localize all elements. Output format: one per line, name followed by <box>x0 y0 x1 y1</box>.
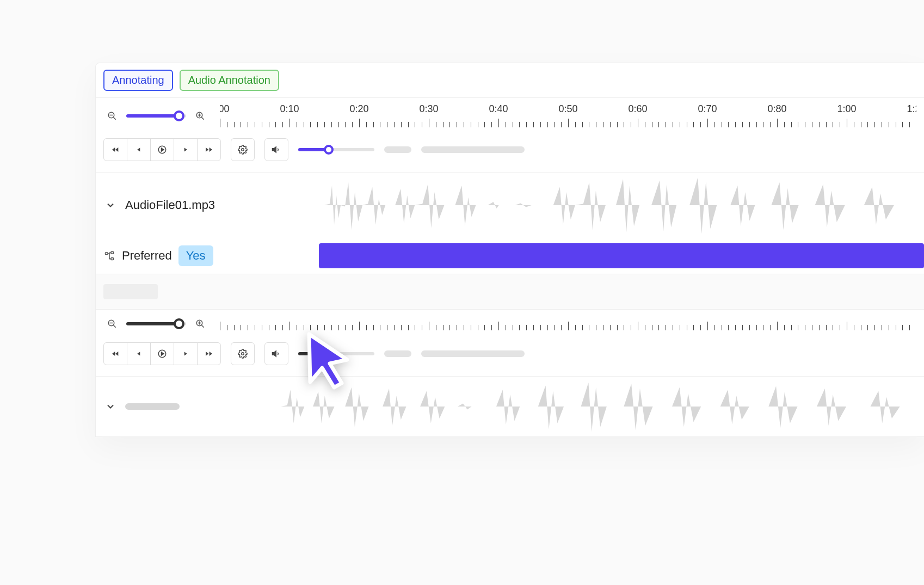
skip-fwd-button[interactable] <box>197 342 221 365</box>
placeholder-pill <box>421 350 525 357</box>
annotation-value-pill[interactable]: Yes <box>178 245 213 266</box>
volume-slider-2[interactable] <box>298 347 374 360</box>
audio-annotation-panel: Annotating Audio Annotation 0:000:100:20… <box>95 63 924 437</box>
annotation-row: Preferred Yes <box>96 238 924 274</box>
zoom-in-icon[interactable] <box>192 107 209 125</box>
skip-back-button[interactable] <box>103 342 127 365</box>
svg-line-13 <box>113 325 116 328</box>
placeholder-pill <box>384 146 411 153</box>
placeholder-pill <box>125 403 180 410</box>
zoom-slider-1[interactable] <box>126 109 186 122</box>
volume-button[interactable] <box>264 342 288 365</box>
annotation-region[interactable] <box>319 243 924 268</box>
volume-slider-1[interactable] <box>298 143 374 156</box>
step-fwd-button[interactable] <box>174 138 198 161</box>
svg-rect-9 <box>106 253 108 255</box>
zoom-out-icon[interactable] <box>103 107 121 125</box>
time-ruler-1[interactable]: 0:000:100:200:300:400:500:600:700:801:00… <box>220 103 916 128</box>
audio-track-row-2 <box>96 377 924 436</box>
placeholder-pill <box>384 350 411 357</box>
track-filename: AudioFile01.mp3 <box>125 198 215 212</box>
playback-controls-2 <box>96 336 924 376</box>
type-badge: Audio Annotation <box>180 70 279 91</box>
time-ruler-2[interactable]: 0:000:100:200:300:400:500:600:700:801:00… <box>220 316 916 331</box>
spacer-row <box>96 274 924 310</box>
play-button[interactable] <box>150 342 174 365</box>
play-button[interactable] <box>150 138 174 161</box>
placeholder-chip <box>103 284 158 299</box>
svg-point-8 <box>242 149 244 151</box>
step-back-button[interactable] <box>127 138 151 161</box>
header: Annotating Audio Annotation <box>96 63 924 98</box>
tree-icon[interactable] <box>103 251 115 261</box>
waveform-2[interactable] <box>281 377 924 436</box>
svg-rect-10 <box>111 252 114 254</box>
zoom-slider-2[interactable] <box>126 317 186 330</box>
annotation-label: Preferred <box>122 249 172 263</box>
placeholder-pill <box>421 146 525 153</box>
settings-button[interactable] <box>231 138 255 161</box>
zoom-in-icon[interactable] <box>192 315 209 332</box>
status-badge: Annotating <box>103 70 173 91</box>
svg-rect-11 <box>111 258 114 260</box>
audio-track-row: AudioFile01.mp3 <box>96 173 924 238</box>
waveform-1[interactable] <box>324 173 924 238</box>
svg-line-1 <box>113 117 116 120</box>
step-back-button[interactable] <box>127 342 151 365</box>
zoom-out-icon[interactable] <box>103 315 121 332</box>
skip-back-button[interactable] <box>103 138 127 161</box>
timeline-zoom-row-2: 0:000:100:200:300:400:500:600:700:801:00… <box>96 310 924 336</box>
chevron-down-icon[interactable] <box>103 401 118 412</box>
skip-fwd-button[interactable] <box>197 138 221 161</box>
svg-point-20 <box>242 353 244 355</box>
svg-line-16 <box>201 325 204 328</box>
timeline-zoom-row-1: 0:000:100:200:300:400:500:600:700:801:00… <box>96 98 924 132</box>
volume-button[interactable] <box>264 138 288 161</box>
svg-line-4 <box>201 117 204 120</box>
chevron-down-icon[interactable] <box>103 200 118 211</box>
playback-controls-1 <box>96 132 924 172</box>
settings-button[interactable] <box>231 342 255 365</box>
step-fwd-button[interactable] <box>174 342 198 365</box>
